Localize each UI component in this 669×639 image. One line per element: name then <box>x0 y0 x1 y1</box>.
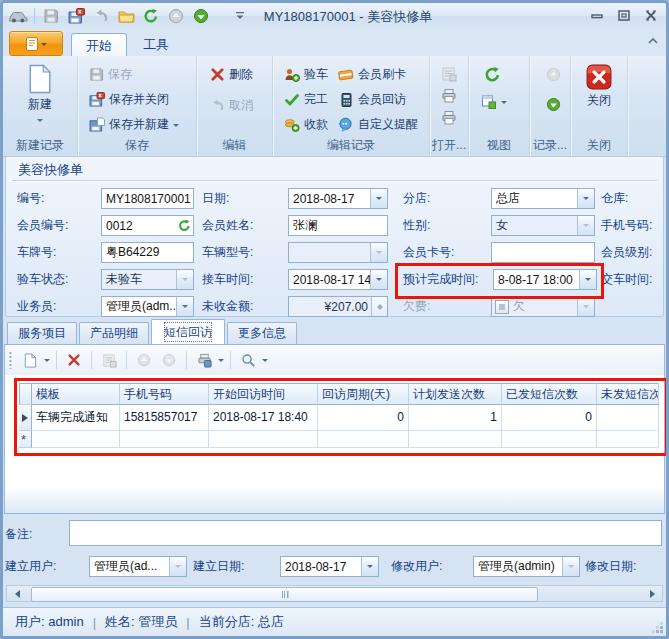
print-export-icon[interactable] <box>193 350 215 370</box>
resize-grip-icon[interactable] <box>660 630 663 633</box>
chevron-down-icon[interactable] <box>577 189 594 208</box>
chevron-down-icon[interactable] <box>44 359 50 365</box>
arrears-field[interactable]: 欠 <box>491 296 595 317</box>
tab-product-detail[interactable]: 产品明细 <box>79 322 149 344</box>
grid-cell[interactable]: 2018-08-17 18:40 <box>209 405 318 431</box>
grid-cell-empty[interactable] <box>502 431 597 448</box>
toolbar-grip-icon[interactable] <box>9 351 12 369</box>
grid-cell[interactable]: 1 <box>409 405 502 431</box>
collect-payment-button[interactable]: 收款 <box>281 114 331 135</box>
grid-cell-empty[interactable] <box>120 431 209 448</box>
report-preview-icon[interactable] <box>438 64 460 84</box>
member-no-field[interactable]: 0012 <box>101 215 194 236</box>
next-record-icon[interactable] <box>542 94 564 114</box>
remark-input[interactable] <box>69 520 662 546</box>
receive-time-field[interactable]: 2018-08-17 14 <box>288 269 388 290</box>
column-header[interactable]: 计划发送次数 <box>409 383 502 405</box>
order-no-field[interactable]: MY1808170001 <box>101 188 194 209</box>
chevron-down-icon[interactable] <box>370 270 387 289</box>
create-date-field[interactable]: 2018-08-17 <box>280 556 379 577</box>
new-row-selector[interactable]: * <box>19 431 32 448</box>
cancel-button[interactable]: 取消 <box>207 95 256 116</box>
previous-record-icon[interactable] <box>542 64 564 84</box>
refresh-view-icon[interactable] <box>481 64 503 84</box>
member-name-field[interactable]: 张澜 <box>288 215 388 236</box>
save-and-new-button[interactable]: 保存并新建 <box>86 114 182 135</box>
plate-no-field[interactable]: 粤B64229 <box>101 242 194 263</box>
custom-remind-button[interactable]: 自定义提醒 <box>335 114 421 135</box>
inspect-car-button[interactable]: 验车 <box>281 64 331 85</box>
minimize-button[interactable] <box>590 8 604 22</box>
column-header[interactable]: 回访周期(天) <box>318 383 409 405</box>
delete-row-icon[interactable] <box>63 350 85 370</box>
chevron-down-icon[interactable] <box>370 189 387 208</box>
unpaid-amount-field[interactable]: ¥207.00 <box>288 296 388 317</box>
save-and-close-icon[interactable] <box>66 6 86 26</box>
grid-cell-empty[interactable] <box>32 431 120 448</box>
new-button[interactable]: 新建 <box>21 61 59 128</box>
chevron-down-icon[interactable] <box>218 359 224 365</box>
grid-cell-empty[interactable] <box>318 431 409 448</box>
column-header[interactable]: 开始回访时间 <box>209 383 318 405</box>
close-form-button[interactable]: 关闭 <box>580 61 618 112</box>
layout-view-button[interactable] <box>481 94 507 110</box>
record-up-icon[interactable] <box>166 6 186 26</box>
scroll-left-icon[interactable] <box>7 586 23 601</box>
row-preview-icon[interactable] <box>98 350 120 370</box>
open-icon[interactable] <box>116 6 136 26</box>
collapse-ribbon-icon[interactable] <box>648 37 658 44</box>
date-field[interactable]: 2018-08-17 <box>288 188 388 209</box>
move-down-icon[interactable] <box>158 350 180 370</box>
horizontal-scrollbar[interactable] <box>6 585 663 602</box>
member-visit-button[interactable]: 会员回访 <box>335 89 421 110</box>
undo-icon[interactable] <box>91 6 111 26</box>
inspect-status-field[interactable]: 未验车 <box>101 269 194 290</box>
grid-cell-empty[interactable] <box>409 431 502 448</box>
grid-cell[interactable]: 0 <box>502 405 597 431</box>
tab-sms-followup[interactable]: 短信回访 <box>151 319 225 344</box>
grid-cell-empty[interactable] <box>209 431 318 448</box>
create-user-field[interactable]: 管理员(ad... <box>89 556 187 577</box>
column-header[interactable]: 手机号码 <box>120 383 209 405</box>
save-and-close-button[interactable]: 保存并关闭 <box>86 89 182 110</box>
print-icon[interactable] <box>438 86 460 106</box>
restore-button[interactable] <box>617 8 631 22</box>
modify-user-field[interactable]: 管理员(admin) <box>473 556 580 577</box>
chevron-down-icon[interactable] <box>262 359 268 365</box>
column-header[interactable]: 未发短信次数 <box>597 383 659 405</box>
grid-cell[interactable]: 15815857017 <box>120 405 209 431</box>
grid-cell[interactable]: 0 <box>318 405 409 431</box>
tab-tools[interactable]: 工具 <box>129 33 183 56</box>
branch-field[interactable]: 总店 <box>491 188 595 209</box>
tab-more-info[interactable]: 更多信息 <box>227 322 297 344</box>
member-card-field[interactable] <box>491 242 595 263</box>
grid-cell[interactable] <box>597 405 659 431</box>
tab-service-items[interactable]: 服务项目 <box>7 322 77 344</box>
row-selector[interactable] <box>19 405 32 431</box>
chevron-down-icon[interactable] <box>579 270 596 289</box>
save-icon[interactable] <box>41 6 61 26</box>
search-icon[interactable] <box>237 350 259 370</box>
print-preview-icon[interactable] <box>438 108 460 128</box>
column-header[interactable]: 已发短信次数 <box>502 383 597 405</box>
save-button[interactable]: 保存 <box>86 64 182 85</box>
chevron-down-icon[interactable] <box>176 297 193 316</box>
application-menu-button[interactable] <box>9 31 63 56</box>
finish-button[interactable]: 完工 <box>281 89 331 110</box>
refresh-icon[interactable] <box>141 6 161 26</box>
close-window-button[interactable] <box>644 8 658 22</box>
chevron-down-icon[interactable] <box>361 557 378 576</box>
record-down-icon[interactable] <box>191 6 211 26</box>
move-up-icon[interactable] <box>133 350 155 370</box>
gender-field[interactable]: 女 <box>491 215 595 236</box>
grid-cell[interactable]: 车辆完成通知 <box>32 405 120 431</box>
tab-home[interactable]: 开始 <box>71 33 127 57</box>
expected-time-field[interactable]: 8-08-17 18:00 <box>493 269 597 290</box>
scroll-right-icon[interactable] <box>646 586 662 601</box>
car-model-field[interactable] <box>288 242 388 263</box>
scrollbar-thumb[interactable] <box>31 587 538 602</box>
column-header[interactable]: 模板 <box>32 383 120 405</box>
salesman-field[interactable]: 管理员(adm... <box>101 296 194 317</box>
add-row-icon[interactable] <box>19 350 41 370</box>
delete-button[interactable]: 删除 <box>207 64 256 85</box>
